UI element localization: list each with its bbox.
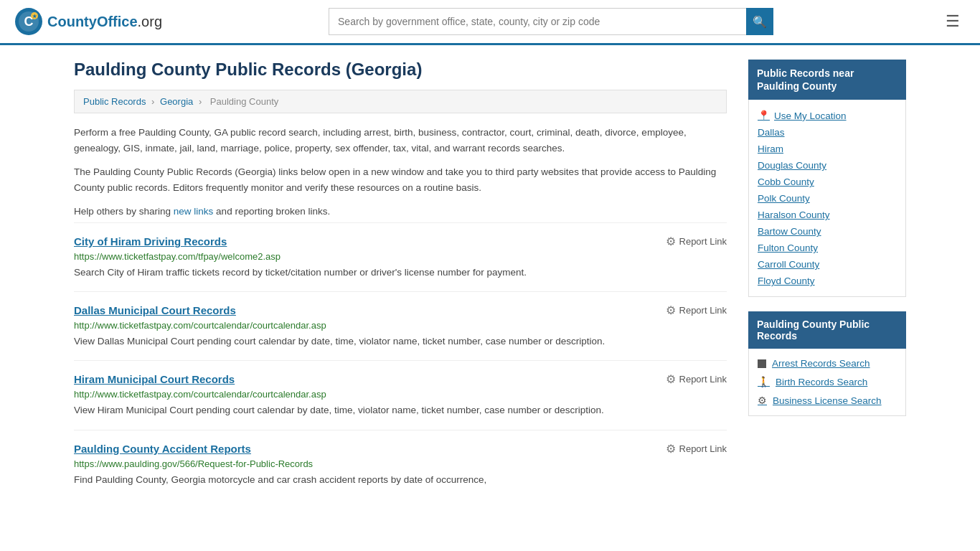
breadcrumb-sep1: › (151, 96, 157, 107)
sidebar-county-link[interactable]: Polk County (758, 190, 897, 207)
breadcrumb-georgia[interactable]: Georgia (160, 96, 193, 107)
record-item: City of Hiram Driving Records ⚙ Report L… (74, 222, 727, 291)
sidebar-counties: Douglas CountyCobb CountyPolk CountyHara… (758, 157, 897, 289)
record-item-header: Hiram Municipal Court Records ⚙ Report L… (74, 372, 727, 386)
use-location-label: Use My Location (774, 110, 847, 121)
logo-area[interactable]: C ★ CountyOffice.org (14, 7, 162, 36)
record-url[interactable]: https://www.ticketfastpay.com/tfpay/welc… (74, 251, 727, 262)
record-desc: View Hiram Municipal Court pending court… (74, 403, 727, 418)
page-title: Paulding County Public Records (Georgia) (74, 60, 727, 80)
report-link[interactable]: ⚙ Report Link (666, 372, 727, 386)
record-url[interactable]: http://www.ticketfastpay.com/courtcalend… (74, 320, 727, 331)
header: C ★ CountyOffice.org 🔍 ☰ (0, 0, 980, 45)
record-link-label: Birth Records Search (776, 377, 867, 387)
sidebar-county-link[interactable]: Floyd County (758, 273, 897, 289)
report-icon: ⚙ (666, 442, 676, 456)
records-section-header: Paulding County Public Records (748, 311, 906, 349)
record-item: Hiram Municipal Court Records ⚙ Report L… (74, 360, 727, 429)
sidebar-city-link[interactable]: Hiram (758, 141, 897, 157)
record-link-label: Business License Search (773, 395, 882, 406)
sidebar-record-links: Arrest Records Search🚶Birth Records Sear… (758, 354, 897, 410)
record-title[interactable]: Hiram Municipal Court Records (74, 373, 235, 385)
sidebar-county-link[interactable]: Carroll County (758, 256, 897, 273)
search-input[interactable] (329, 8, 746, 35)
search-button[interactable]: 🔍 (746, 8, 773, 35)
record-item: Dallas Municipal Court Records ⚙ Report … (74, 291, 727, 360)
report-link-label: Report Link (679, 236, 727, 247)
sidebar-record-link[interactable]: Arrest Records Search (758, 354, 897, 372)
nearby-section: Public Records near Paulding County 📍 Us… (748, 60, 906, 297)
nearby-content: 📍 Use My Location DallasHiram Douglas Co… (748, 100, 906, 297)
record-item-header: Paulding County Accident Reports ⚙ Repor… (74, 442, 727, 456)
report-icon: ⚙ (666, 303, 676, 317)
records-list: City of Hiram Driving Records ⚙ Report L… (74, 222, 727, 499)
breadcrumb-public-records[interactable]: Public Records (83, 96, 146, 107)
hamburger-icon: ☰ (946, 12, 960, 30)
record-title[interactable]: Paulding County Accident Reports (74, 443, 251, 455)
record-title[interactable]: City of Hiram Driving Records (74, 235, 227, 248)
breadcrumb-sep2: › (199, 96, 204, 107)
record-desc: View Dallas Municipal Court pending cour… (74, 334, 727, 349)
new-links-link[interactable]: new links (174, 206, 214, 217)
breadcrumb-paulding: Paulding County (210, 96, 278, 107)
sidebar-county-link[interactable]: Douglas County (758, 157, 897, 174)
menu-button[interactable]: ☰ (940, 9, 966, 34)
use-my-location[interactable]: 📍 Use My Location (758, 107, 897, 124)
sidebar-record-link[interactable]: 🚶Birth Records Search (758, 372, 897, 391)
record-desc: Search City of Hiram traffic tickets rec… (74, 265, 727, 280)
content-area: Paulding County Public Records (Georgia)… (74, 60, 727, 499)
sidebar-record-link[interactable]: ⚙Business License Search (758, 391, 897, 410)
intro3-suffix: and reporting broken links. (213, 206, 330, 217)
report-link[interactable]: ⚙ Report Link (666, 235, 727, 248)
breadcrumb: Public Records › Georgia › Paulding Coun… (74, 90, 727, 113)
sidebar-cities: DallasHiram (758, 124, 897, 157)
biz-icon: ⚙ (758, 395, 767, 406)
main-container: Paulding County Public Records (Georgia)… (60, 45, 920, 513)
record-desc: Find Paulding County, Georgia motorcycle… (74, 473, 727, 487)
person-icon: 🚶 (758, 376, 770, 387)
report-icon: ⚙ (666, 235, 676, 248)
intro-paragraph-3: Help others by sharing new links and rep… (74, 204, 727, 220)
search-icon: 🔍 (753, 15, 767, 29)
intro-paragraph-2: The Paulding County Public Records (Geor… (74, 164, 727, 195)
sidebar-city-link[interactable]: Dallas (758, 124, 897, 141)
record-item-header: Dallas Municipal Court Records ⚙ Report … (74, 303, 727, 317)
logo-text: CountyOffice.org (47, 14, 162, 30)
search-area: 🔍 (329, 8, 773, 35)
report-link-label: Report Link (679, 305, 727, 316)
sidebar-county-link[interactable]: Haralson County (758, 207, 897, 223)
report-link-label: Report Link (679, 374, 727, 385)
record-url[interactable]: https://www.paulding.gov/566/Request-for… (74, 458, 727, 469)
sidebar-county-link[interactable]: Fulton County (758, 240, 897, 256)
svg-text:★: ★ (32, 14, 37, 19)
intro3-prefix: Help others by sharing (74, 206, 174, 217)
record-link-label: Arrest Records Search (772, 358, 870, 369)
location-pin-icon: 📍 (758, 110, 770, 121)
record-item: Paulding County Accident Reports ⚙ Repor… (74, 430, 727, 499)
record-item-header: City of Hiram Driving Records ⚙ Report L… (74, 235, 727, 248)
sidebar-county-link[interactable]: Bartow County (758, 223, 897, 240)
record-title[interactable]: Dallas Municipal Court Records (74, 304, 236, 316)
report-link[interactable]: ⚙ Report Link (666, 442, 727, 456)
logo-icon: C ★ (14, 7, 43, 36)
records-section-content: Arrest Records Search🚶Birth Records Sear… (748, 349, 906, 416)
sidebar: Public Records near Paulding County 📍 Us… (748, 60, 906, 499)
intro-paragraph-1: Perform a free Paulding County, GA publi… (74, 125, 727, 156)
nearby-header: Public Records near Paulding County (748, 60, 906, 100)
paulding-records-section: Paulding County Public Records Arrest Re… (748, 311, 906, 416)
sidebar-county-link[interactable]: Cobb County (758, 174, 897, 190)
square-icon (758, 359, 766, 368)
report-link-label: Report Link (679, 443, 727, 454)
report-link[interactable]: ⚙ Report Link (666, 303, 727, 317)
record-url[interactable]: http://www.ticketfastpay.com/courtcalend… (74, 389, 727, 400)
report-icon: ⚙ (666, 372, 676, 386)
